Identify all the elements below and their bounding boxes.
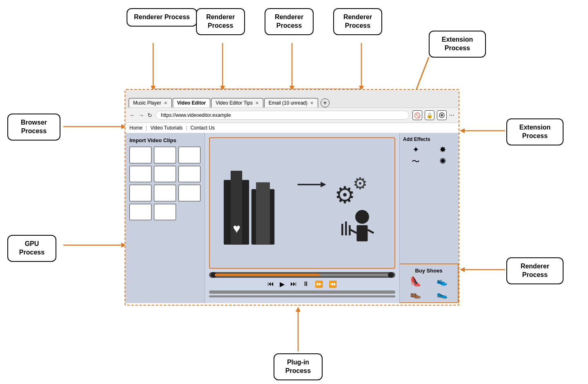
video-grid [129, 147, 200, 220]
tab-video-editor-label: Video Editor [177, 100, 206, 106]
pause-button[interactable]: ⏸ [303, 280, 309, 288]
tab-video-editor-tips-close[interactable]: ✕ [255, 100, 259, 106]
lock-icon[interactable]: 🔒 [425, 110, 434, 120]
extension-icon[interactable] [437, 110, 447, 120]
video-thumb-5[interactable] [154, 166, 176, 183]
rewind-button[interactable]: ⏪ [329, 280, 337, 288]
shoe-sandal[interactable]: 🥿 [430, 288, 454, 299]
effects-title: Add Effects [403, 136, 455, 142]
svg-line-36 [368, 230, 374, 233]
more-button[interactable]: ··· [449, 112, 454, 119]
right-panel: Add Effects ✦ ✸ 〜 ✺ Buy Shoes 👠 👟 👞 🥿 [399, 133, 459, 303]
url-input[interactable] [156, 111, 409, 120]
renderer-process-5: RendererProcess [506, 257, 564, 284]
progress-bar[interactable] [209, 272, 395, 278]
nav-sep-1: | [146, 125, 147, 131]
video-thumb-9[interactable] [178, 185, 200, 201]
renderer-process-3: RendererProcess [265, 8, 314, 35]
nav-contact[interactable]: Contact Us [190, 125, 214, 131]
skip-back-button[interactable]: ⏮ [267, 280, 274, 288]
video-thumb-8[interactable] [154, 185, 176, 201]
back-button[interactable]: ← [129, 112, 135, 118]
tab-video-editor[interactable]: Video Editor [173, 98, 210, 107]
reload-button[interactable]: ↻ [147, 112, 152, 118]
shoes-grid: 👠 👟 👞 🥿 [403, 276, 454, 299]
shoe-oxford[interactable]: 👞 [403, 288, 428, 299]
renderer-process-1: Renderer Process [127, 8, 197, 27]
effect-swirl[interactable]: 〜 [403, 156, 428, 167]
svg-rect-27 [256, 182, 270, 245]
control-buttons: ⏮ ▶ ⏭ ⏸ ⏩ ⏪ [209, 280, 395, 288]
subtitle-bar-1 [209, 290, 395, 294]
svg-marker-13 [460, 128, 465, 133]
video-thumb-11[interactable] [154, 204, 176, 221]
extension-process-1: ExtensionProcess [429, 31, 486, 58]
tab-music-player-close[interactable]: ✕ [164, 100, 167, 106]
nav-sep-2: | [186, 125, 187, 131]
nav-home[interactable]: Home [129, 125, 143, 131]
video-thumb-6[interactable] [178, 166, 200, 183]
svg-rect-34 [356, 225, 368, 241]
video-thumb-4[interactable] [129, 166, 151, 183]
tab-video-editor-tips-label: Video Editor Tips [216, 100, 253, 106]
svg-rect-39 [349, 225, 351, 235]
video-preview: ♥ ⚙ ⚙ [209, 137, 395, 269]
svg-line-9 [416, 57, 429, 89]
gpu-process: GPUProcess [7, 235, 56, 262]
forward-button[interactable]: → [138, 112, 144, 118]
svg-line-35 [351, 230, 357, 233]
browser-window: Music Player ✕ Video Editor Video Editor… [125, 89, 459, 306]
svg-marker-19 [296, 307, 301, 312]
left-panel: Import Video Clips [125, 133, 205, 303]
plugin-process: Plug-inProcess [274, 353, 323, 380]
progress-track [215, 274, 390, 276]
video-thumb-3[interactable] [178, 147, 200, 163]
svg-rect-37 [341, 224, 343, 235]
effect-starburst[interactable]: ✺ [430, 156, 455, 167]
video-thumb-2[interactable] [154, 147, 176, 163]
extension-process-2: ExtensionProcess [506, 118, 564, 145]
address-bar: ← → ↻ 🚫 🔒 ··· [125, 108, 459, 123]
progress-fill [215, 274, 320, 276]
svg-line-20 [416, 57, 429, 89]
center-panel: ♥ ⚙ ⚙ [205, 133, 399, 303]
svg-point-33 [355, 210, 369, 224]
browser-extension-icons: 🚫 🔒 ··· [412, 110, 454, 120]
effects-panel: Add Effects ✦ ✸ 〜 ✺ [399, 133, 459, 263]
svg-point-23 [441, 114, 443, 116]
import-panel-title: Import Video Clips [129, 137, 200, 143]
browser-process: BrowserProcess [7, 114, 60, 141]
renderer-process-2: RendererProcess [196, 8, 245, 35]
tab-email-label: Email (10 unread) [269, 100, 307, 106]
tab-email-close[interactable]: ✕ [310, 100, 314, 106]
nav-tutorials[interactable]: Video Tutorials [150, 125, 183, 131]
tab-bar: Music Player ✕ Video Editor Video Editor… [125, 90, 459, 108]
ad-panel: Buy Shoes 👠 👟 👞 🥿 [399, 263, 459, 303]
fast-forward-button[interactable]: ⏩ [315, 280, 323, 288]
player-controls: ⏮ ▶ ⏭ ⏸ ⏩ ⏪ [209, 272, 395, 299]
shoe-sneaker[interactable]: 👟 [430, 276, 454, 287]
tab-music-player[interactable]: Music Player ✕ [129, 98, 172, 107]
skip-forward-button[interactable]: ⏭ [290, 280, 297, 288]
video-thumb-10[interactable] [129, 204, 151, 221]
tab-video-editor-tips[interactable]: Video Editor Tips ✕ [211, 98, 263, 107]
nav-menu: Home | Video Tutorials | Contact Us [125, 123, 459, 133]
new-tab-button[interactable]: + [321, 98, 330, 107]
svg-text:⚙: ⚙ [334, 182, 355, 208]
tab-music-player-label: Music Player [133, 100, 161, 106]
progress-end-dot [388, 272, 394, 278]
ad-title: Buy Shoes [403, 268, 454, 274]
effects-grid: ✦ ✸ 〜 ✺ [403, 145, 455, 167]
no-sign-icon[interactable]: 🚫 [412, 110, 422, 120]
video-thumb-7[interactable] [129, 185, 151, 201]
svg-marker-17 [460, 267, 465, 272]
play-button[interactable]: ▶ [280, 280, 285, 288]
shoe-heel[interactable]: 👠 [403, 276, 428, 287]
video-thumb-1[interactable] [129, 147, 151, 163]
renderer-process-4: RendererProcess [333, 8, 382, 35]
svg-rect-38 [345, 221, 347, 235]
effect-burst[interactable]: ✸ [430, 145, 455, 154]
effect-sparkle[interactable]: ✦ [403, 145, 428, 154]
svg-text:♥: ♥ [233, 221, 241, 236]
tab-email[interactable]: Email (10 unread) ✕ [264, 98, 318, 107]
